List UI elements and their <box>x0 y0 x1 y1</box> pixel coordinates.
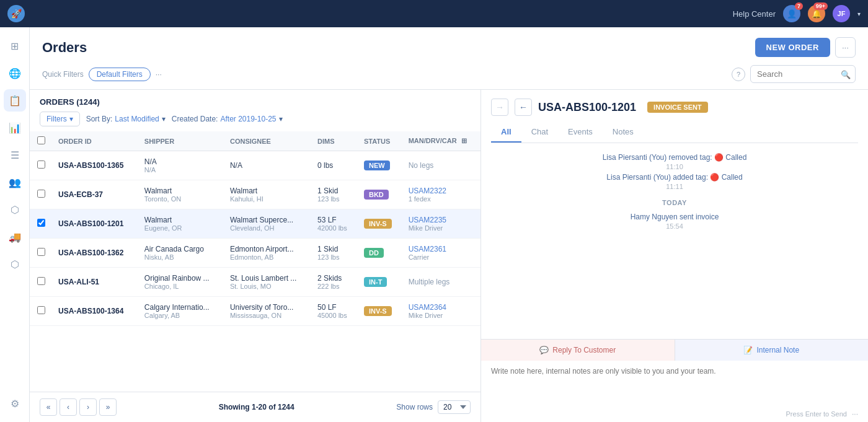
header-actions: NEW ORDER ··· <box>755 37 856 58</box>
search-icon: 🔍 <box>841 69 851 79</box>
activity-time: 11:11 <box>491 183 858 190</box>
table-row[interactable]: USA-ALI-51Original Rainbow ...Chicago, I… <box>30 268 480 297</box>
row-checkbox[interactable] <box>37 306 45 314</box>
order-id[interactable]: USA-ABS100-1201 <box>58 219 123 228</box>
reply-to-customer-tab[interactable]: 💬 Reply To Customer <box>481 340 675 361</box>
consignee-name: St. Louis Lambert ... <box>230 274 305 283</box>
row-checkbox[interactable] <box>37 248 45 256</box>
note-input[interactable] <box>491 367 858 398</box>
table-row[interactable]: USA-ABS100-1362Air Canada CargoNisku, AB… <box>30 239 480 268</box>
mandrv-cell: USAM2235Mike Driver <box>402 209 480 239</box>
sidebar-item-contacts[interactable]: 👥 <box>4 171 26 193</box>
prev-order-button[interactable]: → <box>491 99 508 116</box>
sort-value[interactable]: Last Modified <box>115 115 159 123</box>
driver-link[interactable]: USAM2322 <box>409 187 474 195</box>
search-input[interactable] <box>750 65 856 83</box>
driver-link[interactable]: USAM2235 <box>409 216 474 224</box>
status-cell: DD <box>358 239 402 268</box>
rows-select[interactable]: 20 50 100 <box>438 400 471 414</box>
help-center-link[interactable]: Help Center <box>733 9 776 19</box>
date-filter[interactable]: Created Date: After 2019-10-25 ▾ <box>172 115 283 123</box>
default-filters-button[interactable]: Default Filters <box>89 68 151 81</box>
tab-all[interactable]: All <box>491 122 521 143</box>
new-order-button[interactable]: NEW ORDER <box>755 38 830 57</box>
table-footer: « ‹ › » Showing 1-20 of 1244 Show rows 2… <box>30 392 480 422</box>
no-legs-text: No legs <box>409 161 474 170</box>
status-cell: INV-S <box>358 209 402 239</box>
sidebar-item-globe[interactable]: 🌐 <box>4 62 26 84</box>
sidebar-item-network[interactable]: ⬡ <box>4 253 26 275</box>
order-id[interactable]: USA-ECB-37 <box>58 190 103 199</box>
status-badge: IN-T <box>364 277 387 287</box>
more-filters-button[interactable]: ··· <box>156 70 162 79</box>
status-cell: IN-T <box>358 268 402 297</box>
last-page-button[interactable]: » <box>99 398 117 416</box>
mandrv-cell: USAM23221 fedex <box>402 180 480 209</box>
driver-link[interactable]: USAM2361 <box>409 245 474 253</box>
order-id-cell: USA-ABS100-1201 <box>52 209 138 239</box>
table-row[interactable]: USA-ABS100-1365N/AN/AN/A0 lbsNEWNo legs <box>30 151 480 180</box>
table-row[interactable]: USA-ABS100-1201WalmartEugene, ORWalmart … <box>30 209 480 239</box>
status-badge: DD <box>364 248 384 258</box>
tab-notes[interactable]: Notes <box>603 122 644 143</box>
notification-icon-1[interactable]: 👤 7 <box>783 5 800 22</box>
order-id[interactable]: USA-ABS100-1362 <box>58 248 123 257</box>
driver-link[interactable]: USAM2364 <box>409 303 474 312</box>
toolbar-row: Filters ▾ Sort By: Last Modified ▾ Creat… <box>40 112 471 126</box>
sidebar-item-list[interactable]: ☰ <box>4 144 26 166</box>
row-checkbox[interactable] <box>37 160 45 169</box>
tab-events[interactable]: Events <box>558 122 603 143</box>
main-content: Orders NEW ORDER ··· Quick Filters Defau… <box>30 27 868 422</box>
row-checkbox[interactable] <box>37 190 45 198</box>
internal-note-tab[interactable]: 📝 Internal Note <box>675 340 869 361</box>
sidebar-item-truck[interactable]: 🚚 <box>4 226 26 248</box>
tab-chat[interactable]: Chat <box>521 122 558 143</box>
consignee-sub: Cleveland, OH <box>230 224 305 232</box>
more-reply-button[interactable]: ··· <box>852 410 858 418</box>
consignee-name: Edmonton Airport... <box>230 245 305 253</box>
sidebar-item-home[interactable]: ⊞ <box>4 35 26 57</box>
next-page-button[interactable]: › <box>79 398 97 416</box>
sidebar-item-settings[interactable]: ⚙ <box>4 392 26 415</box>
table-row[interactable]: USA-ABS100-1364Calgary Internatio...Calg… <box>30 297 480 326</box>
order-id[interactable]: USA-ABS100-1364 <box>58 307 123 315</box>
row-checkbox[interactable] <box>37 219 45 227</box>
next-order-button[interactable]: ← <box>515 99 532 116</box>
order-id[interactable]: USA-ABS100-1365 <box>58 161 123 170</box>
search-input-wrap: 🔍 <box>750 65 856 83</box>
driver-sub: Mike Driver <box>409 312 474 319</box>
filters-button[interactable]: Filters ▾ <box>40 112 80 126</box>
first-page-button[interactable]: « <box>40 398 57 416</box>
sidebar-item-orders[interactable]: 📋 <box>4 89 26 112</box>
shipper-cell: N/AN/A <box>138 151 224 180</box>
quick-filters-link[interactable]: Quick Filters <box>42 70 84 79</box>
shipper-name: N/A <box>144 157 218 166</box>
dims-sub: 222 lbs <box>317 283 352 290</box>
app-logo[interactable]: 🚀 <box>7 5 25 22</box>
status-cell: INV-S <box>358 297 402 326</box>
show-rows: Show rows 20 50 100 <box>396 400 471 414</box>
row-checkbox[interactable] <box>37 277 45 285</box>
more-actions-button[interactable]: ··· <box>835 37 856 58</box>
dims-sub: 42000 lbs <box>317 224 352 232</box>
sidebar-item-routes[interactable]: ⬡ <box>4 198 26 221</box>
order-id[interactable]: USA-ALI-51 <box>58 278 99 286</box>
consignee-cell: Walmart Superce...Cleveland, OH <box>224 209 311 239</box>
search-help-icon[interactable]: ? <box>732 68 745 81</box>
select-all-checkbox[interactable] <box>37 136 45 144</box>
avatar-chevron-icon[interactable]: ▾ <box>857 11 861 17</box>
table-row[interactable]: USA-ECB-37WalmartToronto, ONWalmartKahul… <box>30 180 480 209</box>
sent-text: Hamy Nguyen sent invoice <box>491 213 858 221</box>
sort-chevron-icon[interactable]: ▾ <box>162 115 166 123</box>
sidebar-item-chart[interactable]: 📊 <box>4 116 26 139</box>
prev-page-button[interactable]: ‹ <box>60 398 77 416</box>
dims-value: 1 Skid <box>317 245 352 253</box>
detail-header: → ← USA-ABS100-1201 INVOICE SENT All Cha… <box>481 90 868 143</box>
order-id-cell: USA-ABS100-1364 <box>52 297 138 326</box>
notification-icon-2[interactable]: 🔔 99+ <box>808 5 825 22</box>
user-avatar[interactable]: JF <box>833 5 850 22</box>
dims-cell: 1 Skid123 lbs <box>311 180 358 209</box>
status-badge: INV-S <box>364 306 392 316</box>
col-settings-icon[interactable]: ⊞ <box>461 137 467 144</box>
reply-tabs: 💬 Reply To Customer 📝 Internal Note <box>481 340 868 361</box>
